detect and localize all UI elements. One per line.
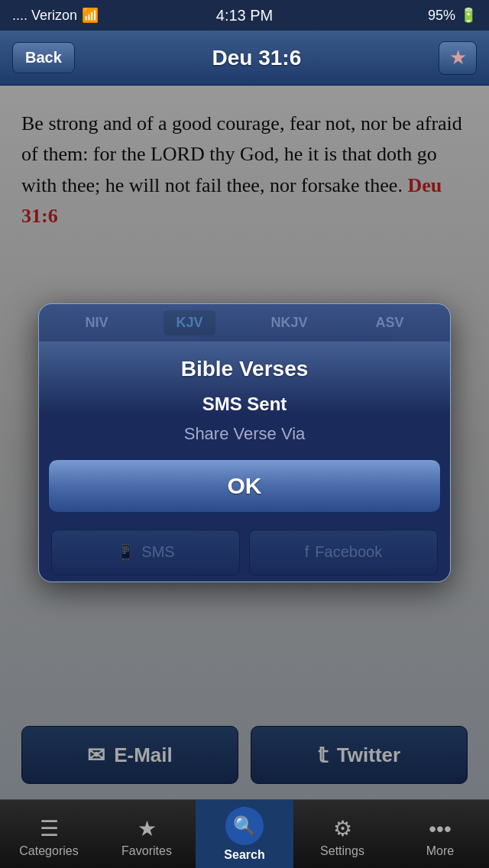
- dialog-ok-button[interactable]: OK: [48, 459, 441, 513]
- main-content: Be strong and of a good courage, fear no…: [0, 86, 489, 799]
- back-button[interactable]: Back: [12, 42, 75, 73]
- more-icon: •••: [429, 817, 451, 841]
- bg-tab-niv: NIV: [73, 310, 120, 335]
- status-carrier: .... Verizon 📶: [12, 7, 99, 24]
- nav-bar: Back Deu 31:6 ★: [0, 31, 489, 86]
- battery-icon: 🔋: [460, 7, 477, 24]
- bg-bottom-row: 📱 SMS f Facebook: [39, 523, 450, 581]
- nav-title: Deu 31:6: [212, 46, 302, 70]
- carrier-text: .... Verizon: [12, 8, 77, 24]
- tab-categories[interactable]: ☰ Categories: [0, 800, 98, 868]
- facebook-icon: f: [305, 543, 309, 561]
- bg-tab-kjv: KJV: [164, 310, 215, 335]
- more-label: More: [426, 844, 454, 858]
- bg-sms-btn: 📱 SMS: [51, 530, 240, 575]
- categories-label: Categories: [19, 844, 78, 858]
- facebook-label: Facebook: [315, 543, 382, 561]
- settings-icon: ⚙: [333, 816, 352, 841]
- sms-icon: 📱: [116, 543, 135, 562]
- dialog: NIV KJV NKJV ASV Bible Verses SMS Sent S…: [38, 303, 451, 582]
- status-battery: 95% 🔋: [428, 7, 477, 24]
- favorites-icon: ★: [138, 816, 157, 841]
- tab-bar: ☰ Categories ★ Favorites 🔍 Search ⚙ Sett…: [0, 799, 489, 868]
- tab-settings[interactable]: ⚙ Settings: [293, 800, 391, 868]
- tab-search[interactable]: 🔍 Search: [196, 800, 293, 868]
- favorite-button[interactable]: ★: [439, 41, 477, 75]
- dialog-message: Share Verse Via: [39, 421, 450, 459]
- favorites-label: Favorites: [121, 844, 172, 858]
- bg-facebook-btn: f Facebook: [249, 530, 438, 575]
- search-icon: 🔍: [233, 815, 256, 837]
- tab-more[interactable]: ••• More: [391, 800, 489, 868]
- sms-label: SMS: [141, 543, 174, 561]
- status-time: 4:13 PM: [216, 7, 273, 24]
- dialog-subtitle: SMS Sent: [39, 390, 450, 421]
- search-icon-bg: 🔍: [225, 807, 264, 845]
- dialog-overlay: NIV KJV NKJV ASV Bible Verses SMS Sent S…: [0, 86, 489, 799]
- categories-icon: ☰: [40, 816, 59, 841]
- tab-favorites[interactable]: ★ Favorites: [98, 800, 196, 868]
- battery-text: 95%: [428, 8, 455, 24]
- settings-label: Settings: [320, 844, 364, 858]
- dialog-title: Bible Verses: [39, 342, 450, 390]
- star-icon: ★: [449, 46, 467, 70]
- bg-tab-nkjv: NKJV: [258, 310, 319, 335]
- wifi-icon: 📶: [82, 7, 99, 24]
- bg-version-tabs: NIV KJV NKJV ASV: [39, 304, 450, 342]
- search-label: Search: [224, 848, 264, 862]
- status-bar: .... Verizon 📶 4:13 PM 95% 🔋: [0, 0, 489, 31]
- bg-tab-asv: ASV: [363, 310, 416, 335]
